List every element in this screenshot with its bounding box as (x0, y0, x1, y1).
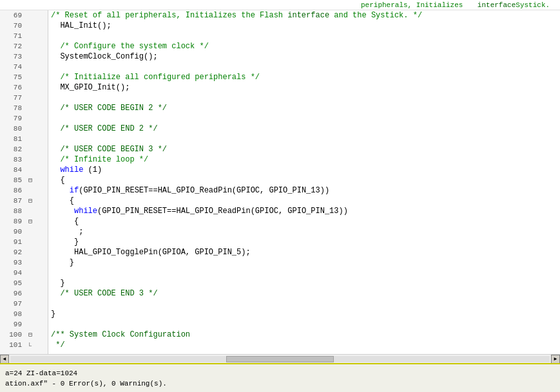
gutter-row: 76 (0, 82, 48, 93)
fold-icon[interactable]: ⊟ (26, 176, 35, 184)
code-segment: interface (287, 11, 329, 20)
code-segment: } (51, 310, 55, 319)
line-number: 74 (0, 63, 26, 71)
line-number: 101 (0, 341, 26, 349)
gutter-row: 95 (0, 278, 48, 288)
code-segment: /* USER CODE BEGIN 2 */ (51, 104, 167, 113)
code-segment: /* Reset of all peripherals, Initializes… (51, 11, 287, 20)
code-line: while(GPIO_PIN_RESET==HAL_GPIO_ReadPin(G… (51, 206, 560, 216)
gutter-row: 84 (0, 165, 48, 175)
code-segment: (1) (83, 165, 102, 174)
code-segment: SystemClock_Config(); (51, 52, 158, 61)
gutter-row: 74 (0, 62, 48, 72)
code-segment: { (51, 217, 79, 226)
code-line: */ (51, 340, 560, 350)
fold-icon: L (26, 342, 35, 348)
line-number: 70 (0, 22, 26, 30)
code-segment: /* USER CODE BEGIN 3 */ (51, 145, 167, 154)
gutter-row: 98 (0, 309, 48, 319)
line-number: 90 (0, 228, 26, 236)
code-line: while (1) (51, 165, 560, 175)
gutter-row: 75 (0, 72, 48, 82)
code-line: /** System Clock Configuration (51, 330, 560, 340)
line-number: 81 (0, 135, 26, 143)
code-line: /* USER CODE BEGIN 2 */ (51, 103, 560, 113)
code-line: HAL_Init(); (51, 21, 560, 31)
code-line: /* USER CODE BEGIN 3 */ (51, 144, 560, 154)
code-line: ​ (51, 62, 560, 72)
code-content: /* Reset of all peripherals, Initializes… (48, 10, 560, 354)
code-line: /* Infinite loop */ (51, 154, 560, 165)
code-segment (51, 207, 74, 216)
scrollbar-thumb[interactable] (226, 356, 334, 362)
code-segment: /* USER CODE END 3 */ (51, 289, 158, 298)
code-line: SystemClock_Config(); (51, 51, 560, 62)
top-bar: /* Reset of all peripherals, Initializes… (0, 0, 560, 10)
code-line: } (51, 278, 560, 288)
gutter-row: 79 (0, 113, 48, 124)
line-number: 79 (0, 115, 26, 122)
code-line: } (51, 237, 560, 247)
line-number: 76 (0, 84, 26, 91)
code-area: 6970717273747576777879808182838485⊟8687⊟… (0, 10, 560, 354)
line-number: 96 (0, 290, 26, 297)
gutter-row: 94 (0, 268, 48, 278)
code-segment: /** System Clock Configuration (51, 330, 190, 339)
code-segment: MX_GPIO_Init(); (51, 83, 130, 92)
fold-icon[interactable]: ⊟ (26, 331, 35, 339)
gutter-row: 96 (0, 288, 48, 299)
code-line: ; (51, 227, 560, 237)
line-number: 83 (0, 156, 26, 163)
gutter-row: 83 (0, 154, 48, 165)
top-and: and the Systick. */ (516, 0, 560, 10)
status-bar: a=24 ZI-data=1024 ation.axf" - 0 Error(s… (0, 363, 560, 392)
code-line: /* Configure the system clock */ (51, 41, 560, 51)
code-segment: } (51, 279, 65, 288)
gutter-row: 87⊟ (0, 196, 48, 206)
line-number: 95 (0, 279, 26, 287)
line-number: 72 (0, 42, 26, 50)
line-number: 88 (0, 207, 26, 215)
line-number: 100 (0, 331, 26, 339)
line-number: 78 (0, 104, 26, 112)
code-line: ​ (51, 113, 560, 124)
line-number: 87 (0, 197, 26, 205)
code-segment: if (70, 186, 79, 195)
code-segment: { (51, 176, 65, 185)
code-segment: (GPIO_PIN_RESET==HAL_GPIO_ReadPin(GPIOC,… (79, 186, 329, 195)
code-line: { (51, 196, 560, 206)
gutter-row: 71 (0, 31, 48, 41)
status-line-2: ation.axf" - 0 Error(s), 0 Warning(s). (5, 378, 560, 389)
gutter-row: 100⊟ (0, 330, 48, 340)
line-number: 86 (0, 187, 26, 194)
status-line-1: a=24 ZI-data=1024 (5, 368, 560, 378)
code-line: HAL_GPIO_TogglePin(GPIOA, GPIO_PIN_5); (51, 247, 560, 257)
code-segment: { (51, 196, 74, 205)
scroll-right-button[interactable]: ► (551, 355, 560, 364)
fold-icon[interactable]: ⊟ (26, 197, 35, 205)
fold-icon[interactable]: ⊟ (26, 218, 35, 225)
code-segment: /* Initialize all configured peripherals… (51, 73, 260, 82)
horizontal-scrollbar[interactable]: ◄ ► (0, 354, 560, 363)
line-number: 92 (0, 248, 26, 256)
code-segment (51, 186, 70, 195)
code-line: { (51, 216, 560, 227)
line-number: 73 (0, 53, 26, 61)
code-segment: } (51, 238, 79, 247)
scroll-left-button[interactable]: ◄ (0, 355, 9, 364)
line-number: 97 (0, 300, 26, 308)
code-line: ​ (51, 299, 560, 309)
gutter-row: 88 (0, 206, 48, 216)
line-number: 94 (0, 269, 26, 277)
editor-container: /* Reset of all peripherals, Initializes… (0, 0, 560, 392)
code-line: } (51, 257, 560, 268)
code-line: if(GPIO_PIN_RESET==HAL_GPIO_ReadPin(GPIO… (51, 185, 560, 196)
scrollbar-track[interactable] (10, 356, 550, 362)
line-number: 91 (0, 238, 26, 246)
gutter-row: 82 (0, 144, 48, 154)
line-number: 71 (0, 32, 26, 40)
code-segment: */ (51, 341, 65, 350)
gutter-row: 91 (0, 237, 48, 247)
code-line: MX_GPIO_Init(); (51, 82, 560, 93)
gutter-row: 92 (0, 247, 48, 257)
